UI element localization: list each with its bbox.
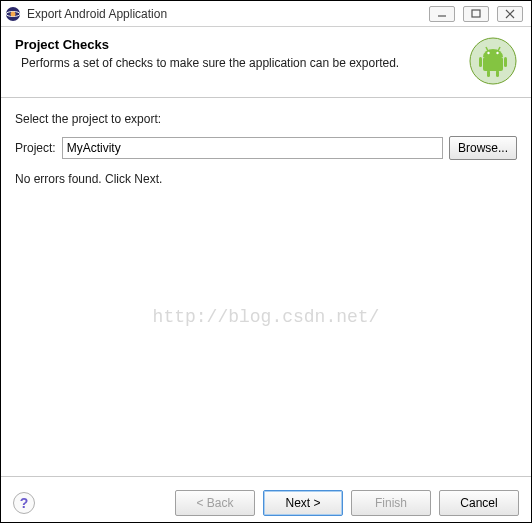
- back-button[interactable]: < Back: [175, 490, 255, 516]
- svg-rect-8: [483, 57, 503, 71]
- android-icon: [469, 37, 517, 85]
- window-title: Export Android Application: [27, 7, 167, 21]
- svg-rect-4: [472, 10, 480, 17]
- title-bar: Export Android Application: [1, 1, 531, 27]
- svg-point-16: [496, 52, 498, 54]
- svg-rect-10: [504, 57, 507, 67]
- maximize-button[interactable]: [463, 6, 489, 22]
- cancel-button[interactable]: Cancel: [439, 490, 519, 516]
- next-button[interactable]: Next >: [263, 490, 343, 516]
- select-project-label: Select the project to export:: [15, 112, 517, 126]
- svg-point-2: [11, 11, 16, 16]
- window-controls: [429, 6, 527, 22]
- wizard-content: Select the project to export: Project: B…: [1, 98, 531, 476]
- svg-point-15: [487, 52, 489, 54]
- eclipse-icon: [5, 6, 21, 22]
- finish-button[interactable]: Finish: [351, 490, 431, 516]
- banner-description: Performs a set of checks to make sure th…: [15, 56, 461, 70]
- project-field-label: Project:: [15, 141, 56, 155]
- wizard-footer: ? < Back Next > Finish Cancel: [1, 476, 531, 523]
- close-button[interactable]: [497, 6, 523, 22]
- svg-rect-12: [496, 70, 499, 77]
- svg-rect-9: [479, 57, 482, 67]
- project-input[interactable]: [62, 137, 443, 159]
- wizard-banner: Project Checks Performs a set of checks …: [1, 27, 531, 98]
- browse-button[interactable]: Browse...: [449, 136, 517, 160]
- minimize-button[interactable]: [429, 6, 455, 22]
- watermark-text: http://blog.csdn.net/: [153, 307, 380, 327]
- status-text: No errors found. Click Next.: [15, 172, 517, 186]
- svg-rect-11: [487, 70, 490, 77]
- banner-title: Project Checks: [15, 37, 461, 52]
- project-row: Project: Browse...: [15, 136, 517, 160]
- help-icon[interactable]: ?: [13, 492, 35, 514]
